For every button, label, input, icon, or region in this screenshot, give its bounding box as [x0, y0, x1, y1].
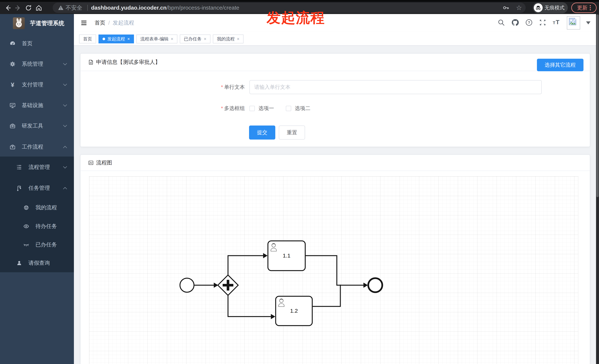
sidebar-item-dev-tools[interactable]: 研发工具	[0, 116, 74, 136]
browser-back-button[interactable]	[3, 3, 13, 13]
incognito-badge: 无痕模式	[533, 2, 568, 13]
help-icon[interactable]: ?	[525, 19, 533, 27]
sidebar-item-home[interactable]: 首页	[0, 33, 74, 54]
tab-home[interactable]: 首页	[79, 34, 96, 43]
active-tab-dot	[103, 38, 105, 40]
required-mark: *	[221, 84, 223, 90]
sidebar-item-payment[interactable]: ¥ 支付管理	[0, 74, 74, 95]
checkbox-option-2[interactable]: 选项二	[286, 105, 310, 112]
bpmn-user-task-1-2[interactable]: 1.2	[276, 296, 312, 326]
scrollbar-thumb[interactable]	[596, 14, 599, 197]
sidebar-item-todo-tasks[interactable]: 待办任务	[0, 216, 74, 237]
page-scrollbar[interactable]	[596, 14, 599, 364]
checkbox-icon[interactable]	[286, 106, 291, 111]
search-icon[interactable]	[497, 19, 505, 27]
svg-text:?: ?	[528, 20, 530, 25]
sidebar-item-label: 任务管理	[28, 184, 50, 192]
avatar-dropdown-caret[interactable]	[586, 21, 590, 24]
bookmark-star-icon[interactable]: ☆	[516, 4, 522, 11]
browser-update-button[interactable]: 更新	[571, 3, 597, 13]
svg-text:T: T	[553, 20, 555, 25]
bpmn-canvas[interactable]: 1.1 1.2	[89, 176, 578, 364]
broken-image-icon	[568, 18, 577, 26]
single-line-text-input[interactable]	[249, 80, 542, 94]
sidebar-item-leave-query[interactable]: 请假查询	[0, 253, 74, 273]
font-size-icon[interactable]: TT	[552, 19, 561, 27]
bpmn-start-event[interactable]	[180, 278, 194, 292]
bpmn-end-event[interactable]	[368, 278, 382, 292]
checkbox-option-1[interactable]: 选项一	[249, 105, 274, 112]
face-icon	[23, 204, 30, 211]
sidebar-item-system[interactable]: 系统管理	[0, 54, 74, 74]
page-content: 申请信息【测试多审批人】 选择其它流程 *单行文本 *多选框组 选项一 选项二 …	[74, 46, 596, 364]
reset-button[interactable]: 重置	[279, 126, 305, 140]
tab-done-tasks[interactable]: 已办任务×	[180, 34, 211, 43]
top-navbar: 首页 / 发起流程 ? TT	[74, 14, 596, 32]
choose-other-process-button[interactable]: 选择其它流程	[537, 59, 583, 71]
sidebar-item-label: 研发工具	[22, 122, 43, 130]
annotation-text: 发起流程	[267, 8, 325, 27]
monitor-icon	[9, 102, 16, 109]
avatar[interactable]	[567, 16, 580, 30]
browser-menu-icon[interactable]	[590, 5, 591, 10]
task-label: 1.2	[290, 308, 298, 314]
breadcrumb-home[interactable]: 首页	[95, 19, 105, 26]
text-field-label: *单行文本	[187, 80, 245, 94]
screen: 不安全 dashboard.yudao.iocoder.cn/bpm/proce…	[0, 0, 599, 364]
diagram-card-title: 流程图	[96, 159, 112, 167]
url-divider	[87, 5, 88, 11]
tab-start-process[interactable]: 发起流程×	[98, 34, 134, 43]
yen-icon: ¥	[9, 81, 16, 88]
sidebar: 芋道管理系统 首页 系统管理 ¥ 支付管理 基础设施 研发工具	[0, 14, 74, 364]
sidebar-item-process-management[interactable]: 流程管理	[0, 157, 74, 178]
fullscreen-icon[interactable]	[539, 19, 546, 27]
process-diagram-card: 流程图	[80, 154, 590, 364]
chevron-down-icon	[63, 125, 67, 127]
chevron-down-icon	[63, 166, 67, 169]
github-icon[interactable]	[511, 18, 519, 27]
tab-bar: 首页 发起流程× 流程表单-编辑× 已办任务× 我的流程×	[74, 32, 596, 46]
not-secure-label[interactable]: 不安全	[66, 4, 82, 12]
sidebar-item-label: 已办任务	[35, 241, 57, 248]
sidebar-item-infrastructure[interactable]: 基础设施	[0, 95, 74, 116]
hamburger-icon[interactable]	[80, 19, 88, 27]
chevron-down-icon	[63, 84, 67, 86]
password-key-icon[interactable]	[502, 4, 509, 11]
tab-my-process[interactable]: 我的流程×	[213, 34, 244, 43]
sidebar-item-task-management[interactable]: 任务管理	[0, 178, 74, 198]
chevron-down-icon	[63, 104, 67, 107]
tab-form-edit[interactable]: 流程表单-编辑×	[136, 34, 177, 43]
browser-forward-button[interactable]	[13, 3, 23, 13]
apply-info-card: 申请信息【测试多审批人】 选择其它流程 *单行文本 *多选框组 选项一 选项二 …	[80, 53, 590, 147]
dashboard-icon	[9, 40, 16, 47]
browser-tab-strip	[0, 0, 599, 2]
submit-button[interactable]: 提交	[249, 126, 275, 140]
tree-list-icon	[16, 163, 23, 171]
required-mark: *	[221, 105, 223, 111]
sidebar-item-label: 流程管理	[28, 163, 50, 171]
chevron-down-icon	[63, 63, 67, 66]
user-icon	[16, 259, 23, 267]
url-path[interactable]: /bpm/process-instance/create	[167, 5, 239, 11]
sidebar-item-done-tasks[interactable]: 已办任务	[0, 234, 74, 255]
close-icon[interactable]: ×	[127, 37, 130, 41]
close-icon[interactable]: ×	[204, 37, 206, 41]
close-icon[interactable]: ×	[237, 37, 239, 41]
close-icon[interactable]: ×	[171, 37, 173, 41]
checkbox-group: 选项一 选项二	[249, 101, 310, 115]
browser-reload-button[interactable]	[23, 3, 34, 13]
app-logo-row: 芋道管理系统	[0, 16, 74, 31]
sidebar-item-my-process[interactable]: 我的流程	[0, 197, 74, 218]
sidebar-item-label: 支付管理	[22, 81, 43, 88]
flow-flag-icon	[16, 184, 23, 192]
sidebar-item-workflow[interactable]: 工作流程	[0, 137, 74, 157]
bpmn-user-task-1-1[interactable]: 1.1	[268, 241, 305, 271]
chevron-up-icon	[63, 187, 67, 190]
checkbox-icon[interactable]	[249, 106, 255, 111]
breadcrumb-separator: /	[108, 20, 110, 26]
url-domain[interactable]: dashboard.yudao.iocoder.cn	[91, 5, 167, 11]
bpmn-parallel-gateway[interactable]	[218, 275, 238, 295]
breadcrumb-current: 发起流程	[113, 19, 134, 26]
browser-home-button[interactable]	[34, 3, 44, 13]
sidebar-item-label: 系统管理	[22, 60, 43, 68]
